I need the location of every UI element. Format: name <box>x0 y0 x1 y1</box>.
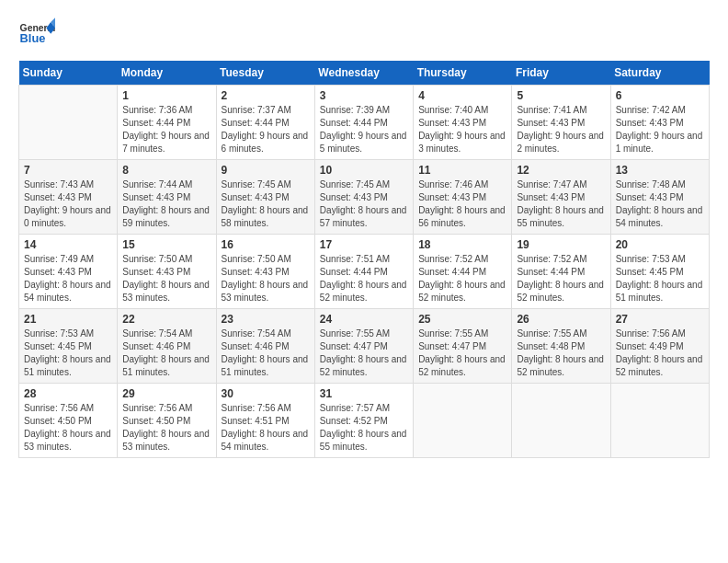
weekday-header-tuesday: Tuesday <box>216 61 314 86</box>
calendar-day-cell: 8Sunrise: 7:44 AMSunset: 4:43 PMDaylight… <box>118 160 216 235</box>
day-number: 30 <box>222 387 310 400</box>
day-number: 5 <box>517 89 605 102</box>
day-info: Sunrise: 7:36 AMSunset: 4:44 PMDaylight:… <box>122 104 210 155</box>
calendar-table: SundayMondayTuesdayWednesdayThursdayFrid… <box>18 61 710 458</box>
day-info: Sunrise: 7:53 AMSunset: 4:45 PMDaylight:… <box>616 253 704 304</box>
day-number: 10 <box>320 164 408 177</box>
calendar-day-cell: 2Sunrise: 7:37 AMSunset: 4:44 PMDaylight… <box>216 86 314 160</box>
calendar-week-row: 14Sunrise: 7:49 AMSunset: 4:43 PMDayligh… <box>19 235 710 309</box>
day-number: 21 <box>24 313 112 326</box>
weekday-header-friday: Friday <box>512 61 610 86</box>
weekday-header-wednesday: Wednesday <box>314 61 413 86</box>
calendar-week-row: 1Sunrise: 7:36 AMSunset: 4:44 PMDaylight… <box>19 86 710 160</box>
day-number: 1 <box>122 89 210 102</box>
day-info: Sunrise: 7:49 AMSunset: 4:43 PMDaylight:… <box>24 253 112 304</box>
calendar-day-cell: 11Sunrise: 7:46 AMSunset: 4:43 PMDayligh… <box>414 160 512 235</box>
day-number: 25 <box>418 313 506 326</box>
day-number: 4 <box>418 89 506 102</box>
day-number: 26 <box>517 313 605 326</box>
day-info: Sunrise: 7:43 AMSunset: 4:43 PMDaylight:… <box>24 178 112 230</box>
calendar-day-cell: 10Sunrise: 7:45 AMSunset: 4:43 PMDayligh… <box>314 160 413 235</box>
day-number: 12 <box>517 164 605 177</box>
day-info: Sunrise: 7:42 AMSunset: 4:43 PMDaylight:… <box>616 104 704 155</box>
calendar-day-cell: 14Sunrise: 7:49 AMSunset: 4:43 PMDayligh… <box>19 235 118 309</box>
weekday-header-saturday: Saturday <box>610 61 709 86</box>
day-number: 31 <box>320 387 408 400</box>
calendar-day-cell: 9Sunrise: 7:45 AMSunset: 4:43 PMDaylight… <box>216 160 314 235</box>
calendar-day-cell <box>414 384 512 458</box>
calendar-day-cell: 31Sunrise: 7:57 AMSunset: 4:52 PMDayligh… <box>314 384 413 458</box>
day-number: 18 <box>418 238 506 251</box>
header: General Blue <box>18 15 710 52</box>
day-number: 28 <box>24 387 112 400</box>
calendar-day-cell: 29Sunrise: 7:56 AMSunset: 4:50 PMDayligh… <box>118 384 216 458</box>
calendar-header-row: SundayMondayTuesdayWednesdayThursdayFrid… <box>19 61 710 86</box>
day-info: Sunrise: 7:52 AMSunset: 4:44 PMDaylight:… <box>517 253 605 304</box>
day-info: Sunrise: 7:52 AMSunset: 4:44 PMDaylight:… <box>418 253 506 304</box>
day-number: 7 <box>24 164 112 177</box>
calendar-day-cell: 15Sunrise: 7:50 AMSunset: 4:43 PMDayligh… <box>118 235 216 309</box>
calendar-day-cell <box>512 384 610 458</box>
calendar-day-cell: 25Sunrise: 7:55 AMSunset: 4:47 PMDayligh… <box>414 309 512 384</box>
calendar-day-cell: 20Sunrise: 7:53 AMSunset: 4:45 PMDayligh… <box>610 235 709 309</box>
logo: General Blue <box>18 15 55 52</box>
day-info: Sunrise: 7:41 AMSunset: 4:43 PMDaylight:… <box>517 104 605 155</box>
calendar-week-row: 7Sunrise: 7:43 AMSunset: 4:43 PMDaylight… <box>19 160 710 235</box>
general-blue-logo-icon: General Blue <box>18 15 55 52</box>
calendar-day-cell: 26Sunrise: 7:55 AMSunset: 4:48 PMDayligh… <box>512 309 610 384</box>
day-info: Sunrise: 7:48 AMSunset: 4:43 PMDaylight:… <box>616 178 704 230</box>
weekday-header-thursday: Thursday <box>414 61 512 86</box>
day-info: Sunrise: 7:56 AMSunset: 4:49 PMDaylight:… <box>616 327 704 379</box>
calendar-day-cell <box>19 86 118 160</box>
day-number: 20 <box>616 238 704 251</box>
calendar-week-row: 21Sunrise: 7:53 AMSunset: 4:45 PMDayligh… <box>19 309 710 384</box>
calendar-week-row: 28Sunrise: 7:56 AMSunset: 4:50 PMDayligh… <box>19 384 710 458</box>
calendar-day-cell: 6Sunrise: 7:42 AMSunset: 4:43 PMDaylight… <box>610 86 709 160</box>
day-info: Sunrise: 7:39 AMSunset: 4:44 PMDaylight:… <box>320 104 408 155</box>
day-info: Sunrise: 7:55 AMSunset: 4:47 PMDaylight:… <box>418 327 506 379</box>
day-info: Sunrise: 7:56 AMSunset: 4:50 PMDaylight:… <box>24 402 112 454</box>
calendar-day-cell: 7Sunrise: 7:43 AMSunset: 4:43 PMDaylight… <box>19 160 118 235</box>
day-number: 15 <box>122 238 210 251</box>
day-info: Sunrise: 7:53 AMSunset: 4:45 PMDaylight:… <box>24 327 112 379</box>
day-info: Sunrise: 7:51 AMSunset: 4:44 PMDaylight:… <box>320 253 408 304</box>
calendar-day-cell: 12Sunrise: 7:47 AMSunset: 4:43 PMDayligh… <box>512 160 610 235</box>
day-number: 6 <box>616 89 704 102</box>
calendar-day-cell: 28Sunrise: 7:56 AMSunset: 4:50 PMDayligh… <box>19 384 118 458</box>
day-info: Sunrise: 7:50 AMSunset: 4:43 PMDaylight:… <box>222 253 310 304</box>
day-info: Sunrise: 7:54 AMSunset: 4:46 PMDaylight:… <box>122 327 210 379</box>
day-number: 13 <box>616 164 704 177</box>
day-info: Sunrise: 7:37 AMSunset: 4:44 PMDaylight:… <box>222 104 310 155</box>
day-info: Sunrise: 7:46 AMSunset: 4:43 PMDaylight:… <box>418 178 506 230</box>
day-number: 24 <box>320 313 408 326</box>
calendar-day-cell: 3Sunrise: 7:39 AMSunset: 4:44 PMDaylight… <box>314 86 413 160</box>
calendar-day-cell: 21Sunrise: 7:53 AMSunset: 4:45 PMDayligh… <box>19 309 118 384</box>
day-info: Sunrise: 7:57 AMSunset: 4:52 PMDaylight:… <box>320 402 408 454</box>
day-number: 19 <box>517 238 605 251</box>
weekday-header-monday: Monday <box>118 61 216 86</box>
day-info: Sunrise: 7:55 AMSunset: 4:48 PMDaylight:… <box>517 327 605 379</box>
calendar-day-cell: 27Sunrise: 7:56 AMSunset: 4:49 PMDayligh… <box>610 309 709 384</box>
day-info: Sunrise: 7:45 AMSunset: 4:43 PMDaylight:… <box>222 178 310 230</box>
day-number: 16 <box>222 238 310 251</box>
day-number: 23 <box>222 313 310 326</box>
day-info: Sunrise: 7:56 AMSunset: 4:50 PMDaylight:… <box>122 402 210 454</box>
day-number: 27 <box>616 313 704 326</box>
svg-text:Blue: Blue <box>20 31 46 45</box>
day-info: Sunrise: 7:55 AMSunset: 4:47 PMDaylight:… <box>320 327 408 379</box>
calendar-day-cell: 22Sunrise: 7:54 AMSunset: 4:46 PMDayligh… <box>118 309 216 384</box>
day-info: Sunrise: 7:40 AMSunset: 4:43 PMDaylight:… <box>418 104 506 155</box>
day-number: 3 <box>320 89 408 102</box>
day-info: Sunrise: 7:50 AMSunset: 4:43 PMDaylight:… <box>122 253 210 304</box>
calendar-day-cell: 23Sunrise: 7:54 AMSunset: 4:46 PMDayligh… <box>216 309 314 384</box>
calendar-day-cell: 24Sunrise: 7:55 AMSunset: 4:47 PMDayligh… <box>314 309 413 384</box>
calendar-day-cell: 19Sunrise: 7:52 AMSunset: 4:44 PMDayligh… <box>512 235 610 309</box>
calendar-day-cell <box>610 384 709 458</box>
calendar-day-cell: 4Sunrise: 7:40 AMSunset: 4:43 PMDaylight… <box>414 86 512 160</box>
calendar-day-cell: 1Sunrise: 7:36 AMSunset: 4:44 PMDaylight… <box>118 86 216 160</box>
day-info: Sunrise: 7:47 AMSunset: 4:43 PMDaylight:… <box>517 178 605 230</box>
day-number: 14 <box>24 238 112 251</box>
day-number: 22 <box>122 313 210 326</box>
day-number: 9 <box>222 164 310 177</box>
day-number: 2 <box>222 89 310 102</box>
